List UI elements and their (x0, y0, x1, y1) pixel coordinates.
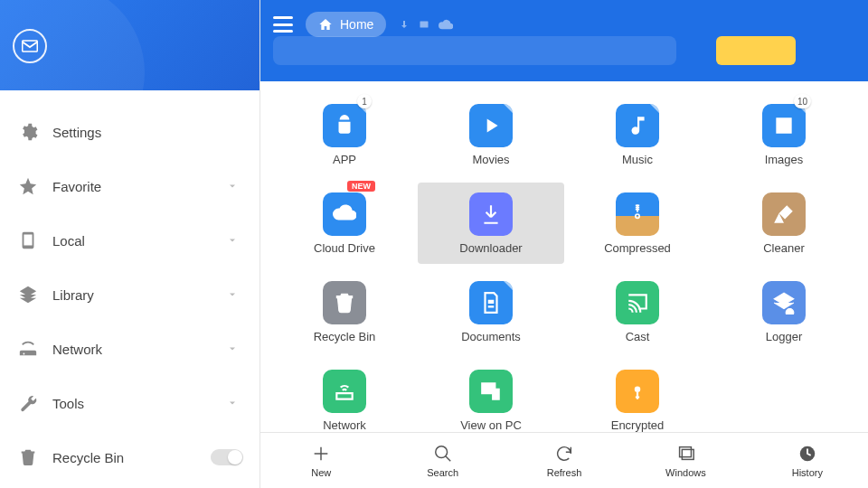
tile-label: Network (323, 418, 366, 432)
breadcrumb-extras (399, 19, 453, 30)
breadcrumb[interactable]: Home (306, 12, 386, 37)
sidebar-item-local[interactable]: Local (0, 213, 259, 267)
zipper-icon (626, 202, 649, 226)
sidebar-label-library: Library (52, 287, 94, 303)
music-note-icon (626, 114, 649, 137)
sidebar-item-tools[interactable]: Tools (0, 376, 259, 430)
chevron-down-icon (227, 181, 238, 192)
banner-box (273, 36, 676, 65)
tile-recycle-bin[interactable]: Recycle Bin (271, 271, 418, 352)
hamburger-icon[interactable] (273, 16, 293, 33)
tile-label: Logger (766, 330, 802, 343)
bottom-label: Windows (665, 467, 706, 478)
bottom-history[interactable]: History (747, 433, 868, 488)
window-icon[interactable] (419, 19, 429, 30)
banner-button[interactable] (716, 36, 796, 65)
tile-logger[interactable]: Logger (711, 271, 857, 352)
android-icon (333, 114, 356, 137)
tile-cleaner[interactable]: Cleaner (711, 183, 857, 264)
bottom-label: Search (427, 467, 458, 478)
tile-label: Downloader (459, 241, 522, 255)
tile-images[interactable]: 10 Images (711, 94, 857, 175)
key-icon (626, 380, 649, 403)
tile-label: Cleaner (763, 241, 805, 255)
clock-icon (797, 444, 817, 464)
sidebar-list: Settings Favorite Local Library Network (0, 90, 259, 488)
tile-music[interactable]: Music (564, 94, 711, 175)
svg-rect-0 (420, 22, 429, 28)
sidebar-item-settings[interactable]: Settings (0, 105, 259, 159)
sidebar-label-local: Local (52, 233, 85, 249)
sidebar: Settings Favorite Local Library Network (0, 0, 260, 488)
tile-downloader[interactable]: Downloader (418, 183, 564, 264)
sidebar-header (0, 0, 259, 90)
bottom-label: History (792, 467, 823, 478)
recycle-bin-toggle[interactable] (211, 449, 243, 465)
tile-movies[interactable]: Movies (418, 94, 564, 175)
tile-cast[interactable]: Cast (564, 271, 711, 352)
search-icon (433, 444, 453, 464)
sidebar-item-favorite[interactable]: Favorite (0, 159, 259, 213)
cast-icon (626, 291, 649, 314)
windows-icon (675, 444, 695, 464)
svg-point-1 (635, 386, 641, 392)
grid-area: 1 APP Movies Music 10 Images (260, 81, 868, 432)
badge: 1 (357, 94, 372, 108)
sidebar-item-network[interactable]: Network (0, 322, 259, 376)
tile-label: View on PC (460, 418, 522, 432)
cloud-icon (333, 202, 356, 226)
gear-icon (18, 122, 38, 142)
bottom-new[interactable]: New (260, 433, 382, 488)
mail-icon[interactable] (13, 29, 47, 63)
tile-label: APP (333, 153, 356, 166)
chevron-down-icon (227, 289, 238, 300)
bottom-windows[interactable]: Windows (625, 433, 746, 488)
download-icon (479, 202, 503, 226)
phone-icon (18, 230, 38, 250)
tile-cloud-drive[interactable]: NEW Cloud Drive (271, 183, 418, 264)
trash-icon (333, 291, 356, 314)
badge-new: NEW (347, 181, 375, 192)
refresh-icon (554, 444, 574, 464)
sidebar-item-recycle-bin[interactable]: Recycle Bin (0, 430, 259, 484)
badge: 10 (794, 94, 811, 108)
layers-icon (18, 285, 38, 305)
tile-label: Compressed (604, 241, 671, 255)
plus-icon (311, 444, 331, 464)
tile-label: Cloud Drive (314, 241, 375, 255)
tile-encrypted[interactable]: Encrypted (564, 360, 711, 432)
tile-label: Movies (472, 153, 509, 166)
sidebar-label-recycle-bin: Recycle Bin (52, 450, 124, 465)
star-icon (18, 176, 38, 196)
tile-label: Cast (626, 330, 650, 343)
bottom-refresh[interactable]: Refresh (504, 433, 625, 488)
breadcrumb-label: Home (340, 17, 373, 32)
arrow-down-icon[interactable] (399, 19, 410, 30)
chevron-down-icon (227, 343, 238, 354)
bottom-label: New (311, 467, 331, 478)
tile-network[interactable]: Network (271, 360, 418, 432)
tile-app[interactable]: 1 APP (271, 94, 418, 175)
bottom-search[interactable]: Search (382, 433, 503, 488)
sidebar-label-favorite: Favorite (52, 179, 101, 194)
cloud-icon[interactable] (439, 19, 453, 30)
wrench-icon (18, 393, 38, 413)
sidebar-label-settings: Settings (52, 125, 101, 140)
image-icon (772, 114, 796, 137)
sidebar-label-network: Network (52, 342, 102, 357)
trash-icon (18, 447, 38, 467)
play-icon (479, 114, 503, 137)
tile-label: Documents (461, 330, 521, 343)
router-icon (18, 339, 38, 359)
bottom-label: Refresh (547, 467, 582, 478)
svg-rect-3 (680, 446, 692, 456)
tile-compressed[interactable]: Compressed (564, 183, 711, 264)
tile-documents[interactable]: Documents (418, 271, 564, 352)
document-icon (479, 291, 503, 314)
pc-phone-icon (479, 380, 503, 403)
router-icon (333, 380, 356, 403)
chevron-down-icon (227, 235, 238, 246)
tile-view-on-pc[interactable]: View on PC (418, 360, 564, 432)
banner-band (260, 49, 868, 81)
sidebar-item-library[interactable]: Library (0, 267, 259, 322)
